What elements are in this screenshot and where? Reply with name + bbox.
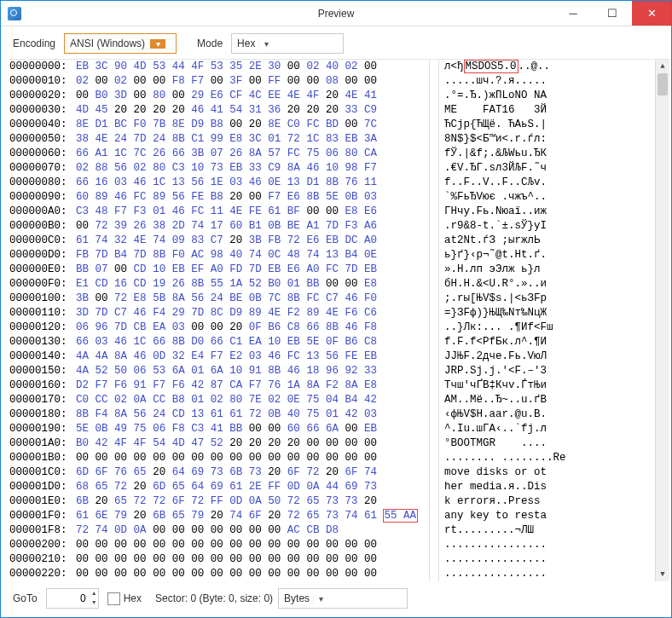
offset: 00000080: [9, 176, 76, 190]
hex-row: 00000120:06 96 7D CB EA 03 00 00 20 0F B… [9, 321, 655, 335]
ascii: л<ђMSDOS5.0..@.. [439, 60, 655, 74]
spin-down-icon[interactable]: ▼ [90, 598, 98, 608]
offset: 000000A0: [9, 205, 76, 219]
unit-combobox[interactable]: Bytes ▾ [278, 588, 408, 609]
hex-bytes: 6B 20 65 72 72 6F 72 FF 0D 0A 50 72 65 7… [76, 494, 429, 509]
scroll-up-icon[interactable]: ▲ [656, 60, 669, 73]
ascii: ^.Iu.шГА‹..`fj.л [439, 422, 655, 436]
hex-bytes: 02 00 02 00 00 F8 F7 00 3F 00 FF 00 00 0… [76, 74, 429, 89]
hex-bytes: 8B F4 8A 56 24 CD 13 61 61 72 0B 40 75 0… [76, 407, 429, 422]
hex-bytes: 00 00 00 00 00 00 00 00 00 00 00 00 00 0… [76, 552, 429, 567]
hex-bytes: 00 00 00 00 00 00 00 00 00 00 00 00 00 0… [76, 567, 429, 581]
footer: GoTo ▲ ▼ Hex Sector: 0 (Byte: 0, size: 0… [1, 581, 671, 617]
offset: 00000050: [9, 132, 76, 147]
boot-signature-highlight: 55 AA [383, 509, 419, 523]
hex-row: 00000030:4D 45 20 20 20 20 46 41 54 31 3… [9, 103, 655, 118]
offset: 000001C0: [9, 465, 76, 480]
hex-row: 00000050:38 4E 24 7D 24 8B C1 99 E8 3C 0… [9, 132, 655, 147]
hex-row: 000001A0:B0 42 4F 4F 54 4D 47 52 20 20 2… [9, 436, 655, 451]
ascii: rt.........¬ЛШ [439, 523, 655, 538]
offset: 00000210: [9, 552, 76, 567]
ascii: ‹фЊV$Н.aar.@u.B. [439, 407, 655, 422]
offset: 000000E0: [9, 263, 76, 277]
hex-bytes: 68 65 72 20 6D 65 64 69 61 2E FF 0D 0A 4… [76, 480, 429, 494]
hex-row: 000000B0:00 72 39 26 38 2D 74 17 60 B1 0… [9, 219, 655, 234]
hex-bytes: FB 7D B4 7D 8B F0 AC 98 40 74 0C 48 74 1… [76, 248, 429, 263]
ascii: °BOOTMGR .... [439, 436, 655, 451]
offset: 00000060: [9, 147, 76, 161]
offset: 00000220: [9, 567, 76, 581]
hex-row: 000001F8:72 74 0D 0A 00 00 00 00 00 00 0… [9, 523, 655, 538]
hex-row: 00000060:66 A1 1C 7C 26 66 3B 07 26 8A 5… [9, 147, 655, 161]
hex-row: 000000F0:E1 CD 16 CD 19 26 8B 55 1A 52 B… [9, 277, 655, 292]
scroll-down-icon[interactable]: ▼ [656, 568, 669, 581]
vertical-scrollbar[interactable]: ▲ ▼ [655, 60, 669, 581]
ascii: ;.rы[ЊV$ѕ.|<ьЗFр [439, 292, 655, 306]
hex-row: 00000160:D2 F7 F6 91 F7 F6 42 87 CA F7 7… [9, 378, 655, 393]
hex-row: 00000020:00 B0 3D 00 80 00 29 E6 CF 4C E… [9, 89, 655, 103]
offset: 000001F8: [9, 523, 76, 538]
hex-bytes: EB 3C 90 4D 53 44 4F 53 35 2E 30 00 02 4… [76, 60, 429, 74]
hex-row: 00000200:00 00 00 00 00 00 00 00 00 00 0… [9, 538, 655, 552]
checkbox-icon [107, 592, 120, 605]
hex-row: 000001E0:6B 20 65 72 72 6F 72 FF 0D 0A 5… [9, 494, 655, 509]
offset: 000000B0: [9, 219, 76, 234]
chevron-down-icon: ▾ [258, 39, 273, 49]
hex-bytes: 4A 52 50 06 53 6A 01 6A 10 91 8B 46 18 9… [76, 364, 429, 378]
mode-combobox[interactable]: Hex ▾ [231, 33, 344, 54]
hex-row: 000001C0:6D 6F 76 65 20 64 69 73 6B 73 2… [9, 465, 655, 480]
hex-bytes: 00 00 00 00 00 00 00 00 00 00 00 00 00 0… [76, 538, 429, 552]
hex-row: 00000130:66 03 46 1C 66 8B D0 66 C1 EA 1… [9, 335, 655, 349]
ascii: ................ [439, 552, 655, 567]
ascii: k errorя..Press [439, 494, 655, 509]
offset: 00000030: [9, 103, 76, 118]
ascii: ь}ґ}‹р¬˜@t.Ht.ґ. [439, 248, 655, 263]
hex-bytes: 60 89 46 FC 89 56 FE B8 20 00 F7 E6 8B 5… [76, 190, 429, 205]
hex-row: 00000180:8B F4 8A 56 24 CD 13 61 61 72 0… [9, 407, 655, 422]
ascii: ГHчу.Fь.Nюаї..иж [439, 205, 655, 219]
hex-bytes: 61 74 32 4E 74 09 83 C7 20 3B FB 72 E6 E… [76, 234, 429, 248]
goto-input[interactable] [47, 589, 90, 608]
hex-rows[interactable]: 00000000:EB 3C 90 4D 53 44 4F 53 35 2E 3… [9, 60, 655, 581]
scroll-thumb[interactable] [658, 73, 668, 95]
hex-row: 000001D0:68 65 72 20 6D 65 64 69 61 2E F… [9, 480, 655, 494]
hex-bytes: 4A 4A 8A 46 0D 32 E4 F7 E2 03 46 FC 13 5… [76, 349, 429, 364]
hex-bytes: 72 74 0D 0A 00 00 00 00 00 00 00 AC CB D… [76, 523, 429, 538]
hex-checkbox[interactable]: Hex [107, 592, 142, 605]
unit-value: Bytes [284, 592, 310, 604]
offset: 000000C0: [9, 234, 76, 248]
ascii: .€V.ЂГ.sл3ЙЉF.˜ч [439, 161, 655, 176]
sector-status: Sector: 0 (Byte: 0, size: 0) [155, 592, 273, 604]
offset: 00000150: [9, 364, 76, 378]
hex-bytes: D2 F7 F6 91 F7 F6 42 87 CA F7 76 1A 8A F… [76, 378, 429, 393]
offset: 000001B0: [9, 451, 76, 465]
offset: 00000180: [9, 407, 76, 422]
ascii: .°=.Ђ.)жПLоNO NA [439, 89, 655, 103]
offset: 00000140: [9, 349, 76, 364]
offset: 00000130: [9, 335, 76, 349]
offset: 00000160: [9, 378, 76, 393]
encoding-combobox[interactable]: ANSI (Windows) ▾ [64, 33, 177, 54]
hex-bytes: 00 72 39 26 38 2D 74 17 60 B1 0B BE A1 7… [76, 219, 429, 234]
ascii: her media.я..Dis [439, 480, 655, 494]
ascii: ».Н.лп эЭлж ь}л [439, 263, 655, 277]
offset: 00000010: [9, 74, 76, 89]
hex-bytes: C0 CC 02 0A CC B8 01 02 80 7E 02 0E 75 0… [76, 393, 429, 407]
toolbar: Encoding ANSI (Windows) ▾ Mode Hex ▾ [1, 26, 671, 59]
ascii: ................ [439, 567, 655, 581]
hex-viewer: 00000000:EB 3C 90 4D 53 44 4F 53 35 2E 3… [1, 59, 671, 581]
hex-bytes: 5E 0B 49 75 06 F8 C3 41 BB 00 00 60 66 6… [76, 422, 429, 436]
hex-bytes: BB 07 00 CD 10 EB EF A0 FD 7D EB E6 A0 F… [76, 263, 429, 277]
ascii: АМ..Мё..Ђ~..u.ґВ [439, 393, 655, 407]
goto-spinbox[interactable]: ▲ ▼ [46, 588, 99, 609]
window-title: Preview [1, 8, 671, 20]
encoding-label: Encoding [13, 38, 55, 49]
hex-bytes: 6D 6F 76 65 20 64 69 73 6B 73 20 6F 72 2… [76, 465, 429, 480]
hex-row: 00000100:3B 00 72 E8 5B 8A 56 24 BE 0B 7… [9, 292, 655, 306]
ascii: .r9&8-t.`±.ѕЎ}уІ [439, 219, 655, 234]
ascii: fЎ.|&f;.&ЉWьu.ЂК [439, 147, 655, 161]
hex-row: 00000170:C0 CC 02 0A CC B8 01 02 80 7E 0… [9, 393, 655, 407]
hex-row: 00000000:EB 3C 90 4D 53 44 4F 53 35 2E 3… [9, 60, 655, 74]
offset: 00000120: [9, 321, 76, 335]
spin-up-icon[interactable]: ▲ [90, 589, 98, 598]
